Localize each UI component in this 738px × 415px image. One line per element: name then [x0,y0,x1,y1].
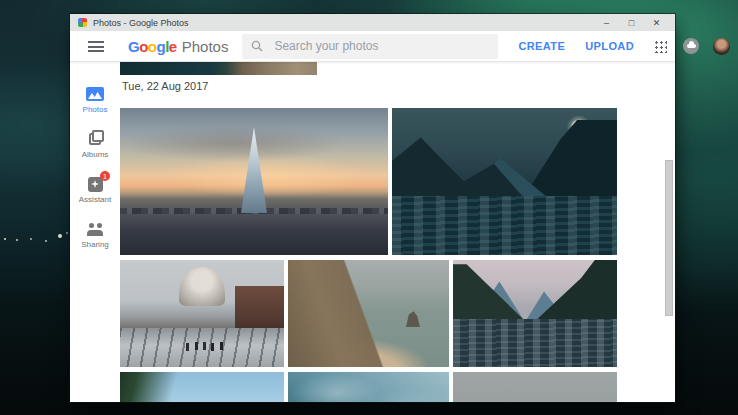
header-actions: CREATE UPLOAD [498,38,730,55]
logo-letter: g [157,38,166,55]
photo-tile-partial[interactable] [120,62,317,75]
albums-icon-wrap [86,131,104,147]
close-button[interactable]: ✕ [644,14,669,31]
search-input[interactable] [272,38,472,54]
mountain-silhouette [523,120,618,199]
photo-tile-st-pauls[interactable] [120,260,284,367]
photo-tile-moon-mountains[interactable] [392,108,617,255]
google-photos-window: Photos - Google Photos – □ ✕ G o o g l e… [70,14,675,402]
logo-letter: o [139,38,148,55]
sharing-icon-wrap [86,221,104,237]
backup-status-icon[interactable] [683,38,699,54]
wallpaper-village-lights [4,238,6,240]
search-box[interactable] [242,34,498,59]
app-header: G o o g l e Photos CREATE UPLOAD [70,31,675,62]
app-body: Photos Albums 1 Assistant [70,62,675,402]
google-photos-logo[interactable]: G o o g l e Photos [128,38,228,55]
maximize-button[interactable]: □ [619,14,644,31]
sidebar-nav: Photos Albums 1 Assistant [70,62,120,402]
account-avatar[interactable] [713,38,730,55]
cathedral-dome [179,267,225,306]
albums-icon [89,133,101,145]
lake-water [392,196,617,255]
google-apps-icon[interactable] [654,40,667,53]
sidebar-item-photos[interactable]: Photos [70,86,120,114]
minimize-button[interactable]: – [594,14,619,31]
create-button[interactable]: CREATE [518,40,565,52]
mountain-silhouette [453,264,528,324]
photo-grid: Tue, 22 Aug 2017 [70,62,675,402]
logo-letter: o [148,38,157,55]
sidebar-label: Photos [83,105,108,114]
photos-icon-wrap [86,86,104,102]
sidebar-label: Assistant [79,195,111,204]
menu-icon[interactable] [88,41,104,52]
photo-tile-sky[interactable] [288,372,449,402]
millennium-bridge [120,328,284,367]
shard-tower [241,127,267,213]
photo-tile-snowy-rocks[interactable] [453,372,617,402]
sidebar-label: Albums [82,150,109,159]
photo-tile-durdle-door[interactable] [288,260,449,367]
sidebar-item-sharing[interactable]: Sharing [70,221,120,249]
date-header: Tue, 22 Aug 2017 [122,80,208,92]
google-photos-app-icon [78,18,87,27]
rock-arch [406,311,420,327]
sidebar-item-assistant[interactable]: 1 Assistant [70,176,120,204]
screen: Photos - Google Photos – □ ✕ G o o g l e… [0,0,738,415]
window-controls: – □ ✕ [594,14,669,31]
sharing-icon [86,223,104,236]
photos-icon [86,87,104,101]
window-title: Photos - Google Photos [93,18,189,28]
mountain-silhouette [532,260,617,324]
logo-product-name: Photos [182,38,229,55]
photo-tile-alpine[interactable] [120,372,284,402]
sidebar-item-albums[interactable]: Albums [70,131,120,159]
logo-letter: G [128,38,139,55]
logo-letter: e [169,38,177,55]
cloud-icon [687,44,696,49]
lake-water [453,319,617,367]
photo-tile-mountain-lake[interactable] [453,260,617,367]
pedestrians [195,342,198,350]
notification-badge: 1 [100,171,110,181]
assistant-icon-wrap: 1 [86,176,104,192]
photo-tile-london-shard[interactable] [120,108,388,255]
scrollbar-thumb[interactable] [665,160,673,316]
window-titlebar: Photos - Google Photos – □ ✕ [70,14,675,31]
search-icon [251,40,263,52]
sidebar-label: Sharing [81,240,109,249]
upload-button[interactable]: UPLOAD [585,40,634,52]
